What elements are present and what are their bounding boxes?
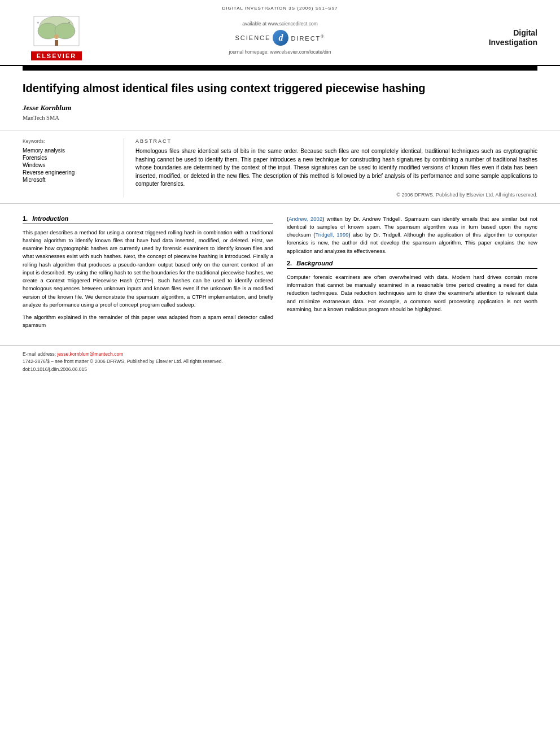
page: DIGITAL INVESTIGATION 3S (2006) S91–S97 … (0, 0, 560, 747)
keywords-abstract-section: Keywords: Memory analysis Forensics Wind… (0, 130, 560, 204)
svg-rect-4 (55, 40, 58, 46)
keyword-memory: Memory analysis (23, 147, 115, 154)
right-column: (Andrew, 2002) written by Dr. Andrew Tri… (287, 215, 537, 334)
keywords-column: Keywords: Memory analysis Forensics Wind… (23, 138, 124, 198)
svg-point-5 (54, 34, 59, 39)
abstract-label: ABSTRACT (135, 138, 537, 144)
keyword-forensics: Forensics (23, 155, 115, 161)
intro-title: Introduction (32, 215, 68, 222)
page-footer: E-mail address: jesse.kornblum@mantech.c… (0, 346, 560, 379)
article-affiliation: ManTech SMA (23, 115, 537, 121)
intro-right-paragraph: (Andrew, 2002) written by Dr. Andrew Tri… (287, 215, 537, 255)
background-paragraph-1: Computer forensic examiners are often ov… (287, 273, 537, 313)
email-link[interactable]: jesse.kornblum@mantech.com (57, 351, 123, 357)
science-text: SCIENCE (235, 34, 270, 41)
header-logos: ⚜ ⚜ ELSEVIER available at www.sciencedir… (23, 15, 537, 65)
journal-homepage: journal homepage: www.elsevier.com/locat… (229, 49, 331, 55)
keyword-microsoft: Microsoft (23, 177, 115, 183)
abstract-column: ABSTRACT Homologous files share identica… (135, 138, 537, 198)
main-body: 1. Introduction This paper describes a m… (0, 204, 560, 340)
sciencedirect-logo: SCIENCE d DIRECT® (235, 30, 325, 46)
elsevier-tree-icon: ⚜ ⚜ (31, 15, 82, 50)
keyword-reverse: Reverse engineering (23, 169, 115, 176)
elsevier-label: ELSEVIER (31, 51, 82, 60)
di-title2: Investigation (470, 38, 537, 47)
article-author: Jesse Kornblum (23, 103, 537, 112)
tridgell-link[interactable]: Tridgell, 1999 (315, 231, 348, 238)
black-bar (23, 66, 537, 71)
page-header: DIGITAL INVESTIGATION 3S (2006) S91–S97 … (0, 0, 560, 66)
background-section-header: 2. Background (287, 260, 537, 269)
available-text: available at www.sciencedirect.com (242, 21, 318, 27)
email-label: E-mail address: (23, 351, 56, 357)
intro-section-header: 1. Introduction (23, 215, 273, 224)
article-title-section: Identifying almost identical files using… (0, 71, 560, 130)
left-column: 1. Introduction This paper describes a m… (23, 215, 273, 334)
footer-doi: doi:10.1016/j.diin.2006.06.015 (23, 366, 537, 374)
abstract-text: Homologous files share identical sets of… (135, 147, 537, 189)
digital-investigation-logo: Digital Investigation (470, 28, 537, 47)
background-title: Background (296, 260, 333, 267)
journal-meta: DIGITAL INVESTIGATION 3S (2006) S91–S97 (23, 6, 537, 11)
article-title: Identifying almost identical files using… (23, 81, 537, 95)
footer-email-line: E-mail address: jesse.kornblum@mantech.c… (23, 351, 537, 359)
background-number: 2. (287, 260, 292, 267)
sd-circle-icon: d (273, 30, 288, 46)
center-logos: available at www.sciencedirect.com SCIEN… (90, 21, 470, 55)
intro-number: 1. (23, 215, 28, 222)
di-title: Digital (470, 28, 537, 38)
keywords-label: Keywords: (23, 138, 115, 144)
abstract-copyright: © 2006 DFRWS. Published by Elsevier Ltd.… (135, 192, 537, 198)
andrew-link[interactable]: Andrew, 2002 (288, 216, 322, 222)
svg-text:⚜: ⚜ (68, 21, 70, 24)
keyword-windows: Windows (23, 162, 115, 168)
intro-paragraph-2: The algorithm explained in the remainder… (23, 313, 273, 330)
svg-text:⚜: ⚜ (37, 21, 39, 24)
elsevier-logo: ⚜ ⚜ ELSEVIER (23, 15, 90, 60)
intro-paragraph-1: This paper describes a method for using … (23, 229, 273, 309)
direct-text: DIRECT® (291, 34, 325, 42)
footer-issn: 1742-2876/$ – see front matter © 2006 DF… (23, 358, 537, 366)
